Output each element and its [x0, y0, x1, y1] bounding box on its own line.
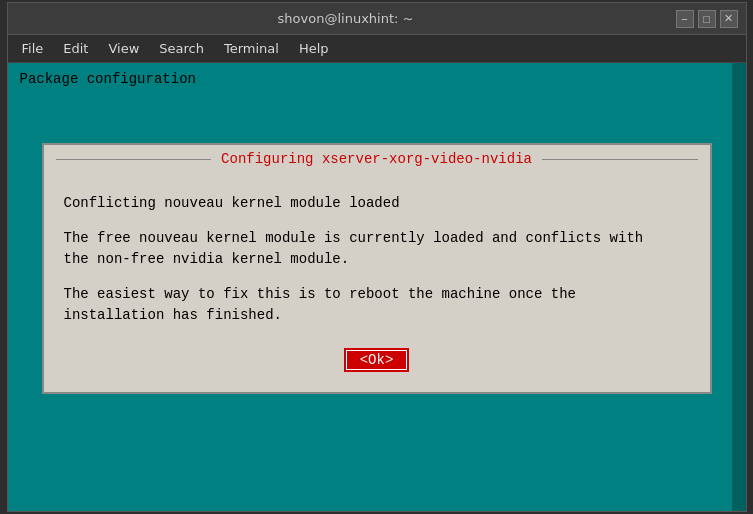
terminal-window: shovon@linuxhint: ~ − □ ✕ File Edit View…	[7, 2, 747, 512]
package-config-label: Package configuration	[20, 71, 734, 87]
scrollbar[interactable]	[732, 63, 746, 511]
dialog-box: Configuring xserver-xorg-video-nvidia Co…	[42, 143, 712, 394]
dialog-title-line-right	[542, 159, 698, 160]
dialog-message-line3: The easiest way to fix this is to reboot…	[64, 284, 690, 326]
window-title: shovon@linuxhint: ~	[16, 11, 676, 26]
close-button[interactable]: ✕	[720, 10, 738, 28]
dialog-overlay: Configuring xserver-xorg-video-nvidia Co…	[28, 143, 726, 491]
dialog-title-text: Configuring xserver-xorg-video-nvidia	[211, 151, 542, 167]
dialog-title-line-left	[56, 159, 212, 160]
dialog-message-line2: The free nouveau kernel module is curren…	[64, 228, 690, 270]
title-bar: shovon@linuxhint: ~ − □ ✕	[8, 3, 746, 35]
window-controls: − □ ✕	[676, 10, 738, 28]
minimize-button[interactable]: −	[676, 10, 694, 28]
maximize-button[interactable]: □	[698, 10, 716, 28]
dialog-message-line1: Conflicting nouveau kernel module loaded	[64, 193, 690, 214]
menu-terminal[interactable]: Terminal	[214, 39, 289, 58]
menu-bar: File Edit View Search Terminal Help	[8, 35, 746, 63]
terminal-area: Package configuration Configuring xserve…	[8, 63, 746, 511]
menu-view[interactable]: View	[98, 39, 149, 58]
dialog-buttons: <Ok>	[64, 340, 690, 376]
menu-file[interactable]: File	[12, 39, 54, 58]
menu-search[interactable]: Search	[149, 39, 214, 58]
ok-button[interactable]: <Ok>	[344, 348, 410, 372]
menu-edit[interactable]: Edit	[53, 39, 98, 58]
dialog-body: Conflicting nouveau kernel module loaded…	[44, 173, 710, 392]
menu-help[interactable]: Help	[289, 39, 339, 58]
dialog-title-bar: Configuring xserver-xorg-video-nvidia	[44, 145, 710, 173]
